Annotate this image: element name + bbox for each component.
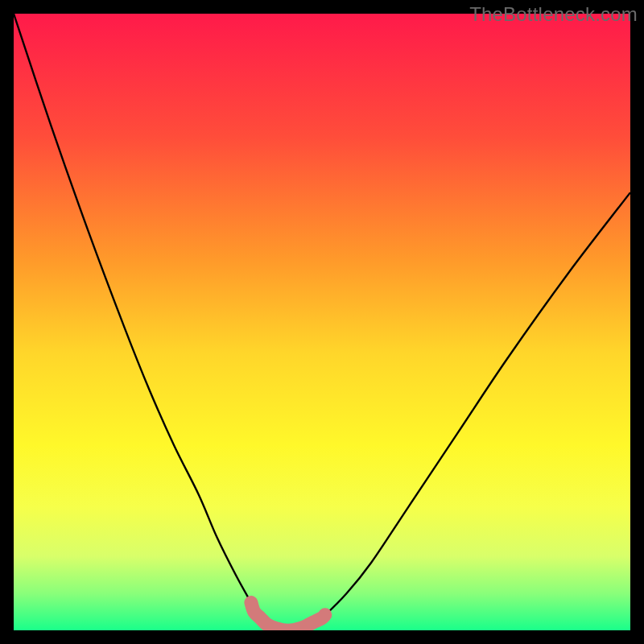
watermark-text: TheBottleneck.com (469, 3, 638, 26)
chart-container (14, 14, 630, 630)
gradient-background (14, 14, 630, 630)
bottleneck-chart (14, 14, 630, 630)
